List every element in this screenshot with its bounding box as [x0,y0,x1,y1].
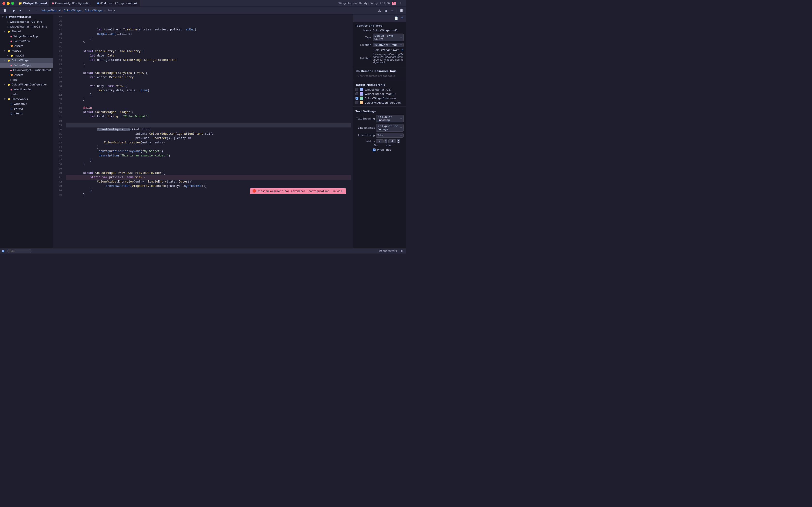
swift-file-dot [52,2,54,4]
type-dropdown[interactable]: Default - Swift Source ▼ [373,34,404,41]
sidebar-item-macos-sub[interactable]: ▶ 📁 macOS [0,53,53,58]
char-count: 19 characters [378,249,397,252]
breadcrumb-symbol: p [106,9,107,12]
info-icon: ℹ [7,20,8,23]
breadcrumb-project[interactable]: WidgetTutorial [42,9,61,12]
title-bar: 📁 WidgetTutorial ColourWidgetConfigurati… [0,0,406,7]
sidebar-item-info-cw[interactable]: ℹ Info [0,77,53,82]
indent-label: Indent Using [355,134,375,137]
code-line-34 [66,14,351,19]
breadcrumb-file[interactable]: ColourWidget [85,9,102,12]
sidebar-item-intents[interactable]: ⬡ Intents [0,111,53,116]
sidebar-item-frameworks[interactable]: ▼ 📁 Frameworks [0,97,53,101]
maximize-button[interactable] [11,2,14,5]
sidebar-item-swiftui[interactable]: ⬡ SwiftUI [0,106,53,111]
target-ios-checkbox[interactable] [355,88,358,91]
sidebar-item-ios-info[interactable]: ℹ WidgetTutorial--iOS--Info [0,19,53,24]
tab-stepper-up[interactable]: ▲ [385,139,388,141]
indent-stepper-down[interactable]: ▼ [397,141,400,144]
tab-ipod[interactable]: iPod touch (7th generation) [94,0,140,7]
close-button[interactable] [2,2,5,5]
back-button[interactable]: ‹ [27,8,33,13]
sidebar-item-widgetkit[interactable]: ⬡ WidgetKit [0,101,53,106]
widths-label: Widths [355,140,375,143]
target-ios[interactable]: WidgetTutorial (iOS) [353,88,406,92]
identity-type-title: Identity and Type [353,22,406,28]
tab-width-input[interactable] [376,139,384,143]
run-button[interactable]: ▶ [11,8,17,13]
code-line-46: struct ColourWidgetEntryView : View { [66,67,351,71]
swift-icon-3: ◆ [10,64,12,67]
code-content[interactable]: let timeline = Timeline(entries: entries… [64,14,353,248]
chevron-down-icon: ▼ [400,36,402,39]
wrap-lines-checkbox[interactable] [373,149,375,151]
target-ext-checkbox[interactable] [355,97,358,100]
line-endings-dropdown[interactable]: No Explicit Line Endings ▼ [376,124,404,131]
code-line-71: ColourWidgetEntryView(entry: SimpleEntry… [66,175,351,180]
stop-button[interactable]: ■ [18,8,23,13]
file-inspector-btn[interactable]: 📄 [394,16,398,20]
filter-input[interactable] [7,249,32,253]
new-tab-button[interactable]: + [398,1,403,6]
inspector-panel: 📄 ? Identity and Type Name ColourWidget.… [353,14,406,248]
fullpath-row: Full Path /Users/gregor/Desktop/Academy/… [353,52,406,64]
sidebar-item-widgettutorial[interactable]: ▼ ⚙ WidgetTutorial [0,14,53,19]
breadcrumb: WidgetTutorial › ColourWidget › ColourWi… [42,9,115,12]
editor-split[interactable]: ⊞ [383,8,388,13]
code-line-63: } [66,140,351,145]
editor-options[interactable]: ≡ [389,8,395,13]
sidebar-item-widgettutorialapp[interactable]: ◆ WidgetTutorialApp [0,34,53,39]
target-macos[interactable]: WidgetTutorial (macOS) [353,92,406,96]
sidebar-item-contentview[interactable]: ◆ ContentView [0,39,53,44]
sidebar-item-shared[interactable]: ▼ 📁 Shared [0,29,53,34]
sidebar-item-colourwidget-swift[interactable]: ◆ ColourWidget [0,63,53,68]
name-label: Name [355,29,371,32]
target-ext[interactable]: ColourWidgetExtension [353,96,406,101]
error-nav-prev[interactable]: ⚠ [377,8,382,13]
target-macos-icon [360,92,363,96]
target-ios-icon [360,88,363,91]
code-editor[interactable]: 3435363738 3940414243 4445464748 4950515… [53,14,353,248]
minimize-button[interactable] [7,2,10,5]
sidebar-item-assets-shared[interactable]: 🎨 Assets [0,44,53,48]
error-count-badge[interactable]: 1 [392,2,396,5]
sidebar-item-colourwidget-folder[interactable]: ▼ 📁 ColourWidget [0,58,53,63]
folder-icon-config: 📁 [7,83,10,86]
quick-help-btn[interactable]: ? [400,16,404,20]
sidebar-item-assets-cw[interactable]: 🎨 Assets [0,72,53,77]
location-dropdown[interactable]: Relative to Group ▼ [373,43,404,47]
sidebar-toggle-button[interactable]: ☰ [2,8,7,13]
sidebar-item-colourwidgetconfig-folder[interactable]: ▼ 📁 ColourWidgetConfiguration [0,82,53,87]
target-ios-name: WidgetTutorial (iOS) [365,88,404,91]
breadcrumb-folder[interactable]: ColourWidget [64,9,82,12]
indent-dropdown[interactable]: Tabs ▼ [376,133,404,137]
sidebar-item-macos-folder[interactable]: ▼ 📁 macOS [0,48,53,53]
target-macos-checkbox[interactable] [355,93,358,95]
toolbar: ☰ ▶ ■ ‹ › WidgetTutorial › ColourWidget … [0,7,406,14]
on-demand-placeholder-row: Only resources are taggable [353,74,406,78]
code-line-67: } [66,158,351,162]
reveal-icon[interactable]: ⊙ [401,49,404,52]
target-cfg-checkbox[interactable] [355,101,358,104]
sidebar-item-intenthandler[interactable]: ◆ IntentHandler [0,87,53,92]
on-demand-title: On Demand Resource Tags [353,68,406,74]
tab-stepper: ▲ ▼ [385,139,388,144]
code-line-54: @main [66,101,351,106]
encoding-dropdown[interactable]: No Explicit Encoding ▼ [376,115,404,122]
inspector-toggle[interactable]: ☰ [399,8,404,13]
code-line-58: var body: some WidgetConfiguration { [66,119,351,123]
sidebar-item-info-cfg[interactable]: ℹ Info [0,92,53,97]
indent-width-input[interactable] [388,139,396,143]
tab-stepper-down[interactable]: ▼ [385,141,388,144]
breadcrumb-body[interactable]: body [108,9,115,12]
forward-button[interactable]: › [33,8,39,13]
target-cfg[interactable]: ColourWidgetConfiguration [353,101,406,105]
folder-icon-frameworks: 📁 [7,98,10,101]
tab-colour-widget-config[interactable]: ColourWidgetConfiguration [49,0,94,7]
status-expand-button[interactable]: ⊞ [399,248,404,254]
code-line-72: .previewContext(WidgetPreviewContext(fam… [66,180,351,184]
sidebar-item-colourwidget-intent[interactable]: ◆ ColourWidget...urationIntent [0,68,53,72]
indent-stepper-up[interactable]: ▲ [397,139,400,141]
sidebar-item-macos-info[interactable]: ℹ WidgetTutorial--macOS--Info [0,24,53,29]
line-endings-label: Line Endings [355,126,375,129]
